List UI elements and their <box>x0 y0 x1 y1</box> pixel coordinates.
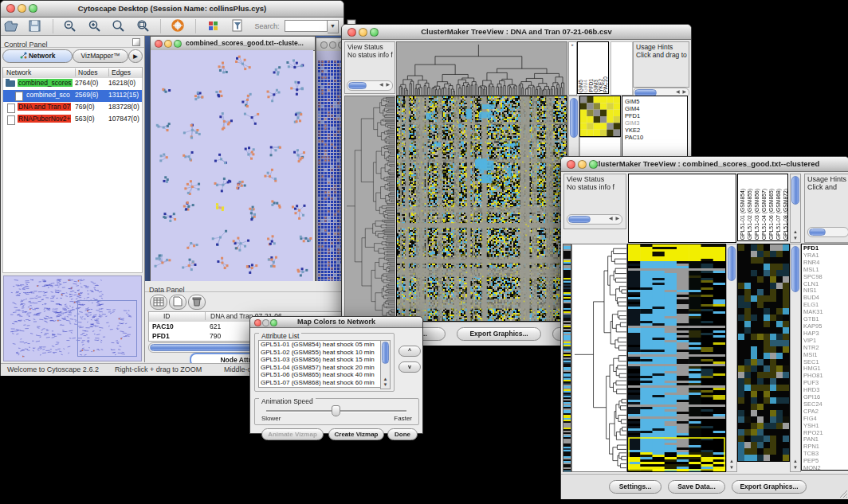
minimize-button[interactable] <box>262 319 269 326</box>
heatmap-canvas[interactable] <box>627 244 726 472</box>
w2-column-label[interactable]: GPL51-08 (GSM872) <box>782 189 788 240</box>
zoom-button[interactable] <box>370 28 379 37</box>
dp-row-id[interactable]: PFD1 <box>152 332 170 340</box>
dialog-titlebar[interactable]: Map Colors to Network <box>250 317 422 328</box>
float-panel-icon[interactable] <box>132 38 140 46</box>
settings-button[interactable]: Settings... <box>609 480 662 494</box>
w1-row-label[interactable]: PAC10 <box>625 134 687 141</box>
usage-hints-hscrollbar[interactable] <box>807 227 848 237</box>
tab-vizmapper[interactable]: VizMapper™ <box>73 49 128 63</box>
dp-row-id[interactable]: PAC10 <box>152 322 174 330</box>
w2-column-label[interactable]: GPL51-01 (GSM854) <box>739 189 746 240</box>
attribute-item[interactable]: GPL51-01 (GSM854) heat shock 05 min <box>259 341 380 349</box>
col-edges[interactable]: Edges <box>108 68 131 76</box>
dp-col-id[interactable]: ID <box>163 312 171 320</box>
vizmap-grid-icon[interactable] <box>206 18 222 33</box>
network-overview-canvas[interactable] <box>3 275 142 361</box>
close-button[interactable] <box>567 160 575 169</box>
minimize-button[interactable] <box>329 41 336 49</box>
column-tree-arrow[interactable]: ▸ <box>568 41 577 96</box>
zoom-fit-icon[interactable] <box>135 18 151 33</box>
treeview1-titlebar[interactable]: ClusterMaker TreeView : DNA and Tran 07-… <box>342 25 691 40</box>
done-button[interactable]: Done <box>387 428 418 440</box>
trash-icon[interactable] <box>188 295 206 310</box>
cytoscape-titlebar[interactable]: Cytoscape Desktop (Session Name: collins… <box>1 1 344 18</box>
row-dendrogram-canvas[interactable] <box>344 96 395 322</box>
gene-label[interactable]: MON2 <box>802 465 848 471</box>
network-view-window[interactable]: combined_scores_good.txt--cluste... <box>150 36 316 281</box>
w1-column-label[interactable]: PAC10 <box>603 76 608 92</box>
w1-row-label[interactable]: GIM5 <box>625 98 687 105</box>
network-view-window-2[interactable] <box>316 37 344 281</box>
col-network[interactable]: Network <box>6 68 31 76</box>
attribute-item[interactable]: GPL51-07 (GSM868) heat shock 60 min <box>259 379 380 387</box>
create-vizmap-button[interactable]: Create Vizmap <box>328 428 384 440</box>
attribute-item[interactable]: GPL51-06 (GSM865) heat shock 40 min <box>259 371 380 379</box>
filter-icon[interactable] <box>230 18 245 33</box>
tab-overflow-arrow[interactable]: ▶ <box>128 49 143 63</box>
speed-slider-thumb[interactable] <box>332 405 340 416</box>
view-status-hscrollbar[interactable]: ◀ ▶ <box>347 80 393 91</box>
w2-column-label[interactable]: GPL51-03 (GSM856) <box>753 189 760 240</box>
search-input[interactable] <box>285 20 328 32</box>
zoom-button[interactable] <box>270 319 277 326</box>
network-tree-row[interactable]: combined_scores2764(0)16218(0) <box>3 78 142 90</box>
heatmap-canvas[interactable] <box>396 96 567 322</box>
column-dendrogram-canvas[interactable] <box>396 41 567 96</box>
network-tree-row[interactable]: combined_sco2569(6)13112(15) <box>3 90 142 102</box>
zoom-button[interactable] <box>589 160 598 169</box>
open-icon[interactable] <box>3 18 19 33</box>
dp-row-val[interactable]: 790 <box>210 332 221 340</box>
zoom-button[interactable] <box>29 4 37 13</box>
close-button[interactable] <box>320 41 328 49</box>
network-canvas-2[interactable] <box>316 51 344 281</box>
zoom-heatmap-canvas[interactable] <box>737 244 790 462</box>
w2-column-label[interactable]: GPL51-02 (GSM855) <box>746 189 753 240</box>
dp-row-val[interactable]: 621 <box>210 322 221 330</box>
zoom-selected-icon[interactable] <box>111 18 127 33</box>
global-strip-canvas[interactable] <box>563 244 571 472</box>
table-icon[interactable] <box>150 295 167 310</box>
network-tree-row[interactable]: DNA and Tran 07769(0)183728(0) <box>3 102 142 114</box>
export-graphics-button[interactable]: Export Graphics... <box>732 480 807 494</box>
tab-network[interactable]: Network <box>2 49 73 63</box>
attribute-list-vscrollbar[interactable]: ▲▼ <box>380 340 391 389</box>
heatmap-vscrollbar[interactable]: ▲▼ <box>726 244 737 472</box>
w2-column-label[interactable]: GPL51-04 (GSM857) <box>760 189 768 240</box>
attribute-list[interactable]: GPL51-01 (GSM854) heat shock 05 minGPL51… <box>258 340 381 388</box>
w2-column-label[interactable]: GPL51-06 (GSM865) <box>768 189 775 240</box>
w1-row-label[interactable]: GIM4 <box>625 105 687 112</box>
animate-vizmap-button[interactable]: Animate Vizmap <box>261 428 324 440</box>
w2-column-label[interactable]: GPL51-07 (GSM868) <box>775 189 782 240</box>
w1-row-label[interactable]: PFD1 <box>625 112 687 119</box>
zoom-button[interactable] <box>174 40 182 48</box>
close-button[interactable] <box>347 28 356 37</box>
resize-grip[interactable] <box>838 489 848 498</box>
attribute-item[interactable]: GPL51-02 (GSM855) heat shock 10 min <box>259 349 380 357</box>
zoom-vscrollbar[interactable]: ▲▼ <box>790 244 801 472</box>
network-canvas[interactable] <box>151 50 313 281</box>
search-dropdown-button[interactable]: ▼ <box>328 20 339 33</box>
close-button[interactable] <box>254 319 261 326</box>
zoom-heatmap-canvas[interactable] <box>579 96 621 137</box>
treeview2-titlebar[interactable]: ClusterMaker TreeView : combined_scores_… <box>561 157 848 172</box>
close-button[interactable] <box>155 40 163 48</box>
close-button[interactable] <box>6 4 15 13</box>
minimize-button[interactable] <box>18 4 26 13</box>
minimize-button[interactable] <box>359 28 367 37</box>
save-icon[interactable] <box>27 18 43 33</box>
attribute-item[interactable]: GPL51-04 (GSM857) heat shock 20 min <box>259 364 380 372</box>
zoom-in-icon[interactable] <box>87 18 103 33</box>
zoom-out-icon[interactable] <box>62 18 78 33</box>
view-status-hscrollbar[interactable]: ◀ ▶ <box>567 214 622 225</box>
column-labels-vscrollbar[interactable]: ▲▼ <box>790 174 801 243</box>
w1-row-label[interactable]: YKE2 <box>625 127 687 134</box>
w1-row-label[interactable]: GIM3 <box>625 119 687 127</box>
move-up-button[interactable]: ^ <box>398 346 421 357</box>
col-nodes[interactable]: Nodes <box>75 68 98 76</box>
save-data-button[interactable]: Save Data... <box>668 480 725 494</box>
move-down-button[interactable]: v <box>398 361 421 373</box>
minimize-button[interactable] <box>164 40 172 48</box>
help-ring-icon[interactable] <box>171 18 186 33</box>
network-tree-row[interactable]: RNAPuberNov2+563(0)107847(0) <box>3 114 142 126</box>
